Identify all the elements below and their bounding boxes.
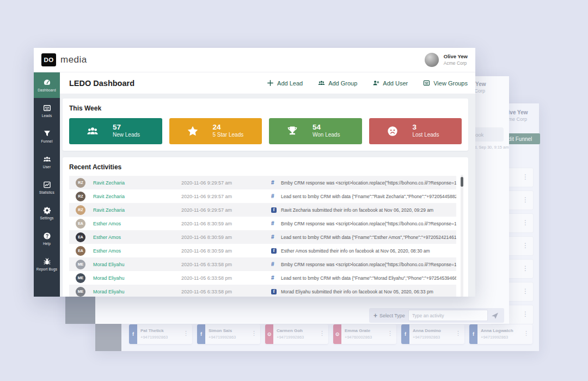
hash-icon: #: [271, 220, 274, 226]
activity-user-name: Ravit Zecharia: [93, 207, 181, 213]
activity-timestamp: 2020-11-05 6:33:58 pm: [181, 275, 271, 281]
facebook-tab-icon: f: [129, 324, 137, 344]
activity-message: Bmby CRM response was <script>location.r…: [281, 262, 456, 267]
add-group-button[interactable]: Add Group: [318, 79, 357, 87]
kebab-menu-icon[interactable]: ⋮: [455, 330, 461, 337]
stat-label: Lost Leads: [413, 131, 439, 139]
sidebar-item-report-bugs[interactable]: Report Bugs: [34, 251, 60, 277]
activity-row[interactable]: RZ Ravit Zecharia 2020-11-06 9:29:57 am …: [69, 203, 456, 217]
select-type-button[interactable]: + Select Type: [373, 312, 405, 319]
activity-timestamp: 2020-11-06 8:30:59 am: [181, 248, 271, 254]
user-menu[interactable]: Olive Yew Acme Corp: [425, 53, 468, 67]
lead-phone: +94760002863: [345, 334, 372, 341]
activity-row[interactable]: ME Morad Eliyahu 2020-11-05 6:33:58 pm f…: [69, 285, 456, 297]
sidebar-item-label: Leads: [42, 114, 52, 118]
activity-input[interactable]: [408, 310, 488, 321]
activity-row[interactable]: ME Morad Eliyahu 2020-11-05 6:33:58 pm #…: [69, 271, 456, 285]
kebab-menu-icon[interactable]: ⋮: [522, 241, 529, 250]
activity-row[interactable]: EA Esther Amos 2020-11-06 8:30:59 am f E…: [69, 244, 456, 257]
hash-icon: #: [271, 275, 274, 281]
this-week-card: This Week 57 New Leads 24 5 Star Leads 5…: [63, 99, 468, 151]
view-groups-button[interactable]: View Groups: [423, 79, 468, 87]
lead-card[interactable]: f Pat Thetick +94719992863 ⋮: [129, 324, 192, 344]
sidebar-item-funnel[interactable]: Funnel: [34, 124, 60, 149]
stat-value: 24: [213, 124, 244, 131]
activity-user-name: Morad Eliyahu: [93, 289, 181, 294]
lead-card[interactable]: ⊙ Carmen Goh +94719992863 ⋮: [265, 324, 328, 344]
kebab-menu-icon[interactable]: ⋮: [251, 330, 257, 337]
add-user-button[interactable]: Add User: [372, 79, 408, 87]
kebab-menu-icon[interactable]: ⋮: [522, 218, 529, 227]
stat-card[interactable]: 24 5 Star Leads: [169, 118, 262, 144]
activity-user-name: Morad Eliyahu: [93, 275, 181, 281]
stat-icon: [387, 125, 399, 137]
header-action-label: Add User: [383, 80, 408, 87]
kebab-menu-icon[interactable]: ⋮: [387, 330, 393, 337]
top-bar: DO media Olive Yew Acme Corp: [34, 48, 475, 72]
kebab-menu-icon[interactable]: ⋮: [523, 330, 529, 337]
page-title: LEDO Dashboard: [69, 79, 134, 88]
sidebar-item-label: Statistics: [39, 190, 54, 194]
stat-icon: [87, 125, 99, 137]
lead-card[interactable]: ⊙ Emma Grate +94760002863 ⋮: [333, 324, 396, 344]
kebab-menu-icon[interactable]: ⋮: [522, 195, 529, 204]
activity-scrollbar[interactable]: [461, 175, 463, 297]
header-action-label: Add Group: [328, 80, 357, 87]
header-action-icon: [318, 79, 325, 87]
stat-value: 54: [313, 124, 340, 131]
scrollbar-thumb[interactable]: [461, 177, 463, 187]
lead-card[interactable]: f Anna Logwatch +94719992863 ⋮: [469, 324, 532, 344]
hash-icon: #: [271, 180, 274, 186]
sidebar-nav: Dashboard Leads Funnel User Statistics S…: [34, 72, 60, 297]
activity-row[interactable]: RZ Ravit Zecharia 2020-11-06 9:29:57 am …: [69, 176, 456, 189]
send-activity-button[interactable]: [491, 311, 500, 320]
kebab-menu-icon[interactable]: ⋮: [522, 310, 529, 318]
avatar: ME: [76, 260, 85, 269]
header-actions: Add Lead Add Group Add User View Groups: [267, 79, 468, 87]
add-lead-button[interactable]: Add Lead: [267, 79, 303, 87]
sidebar-item-leads[interactable]: Leads: [34, 98, 60, 124]
activity-user-name: Esther Amos: [93, 221, 181, 226]
lead-name: Pat Thetick: [140, 328, 168, 334]
lead-phone: +94719992863: [481, 334, 513, 341]
activity-message: Lead sent to bmby CRM with data {"Fname"…: [281, 275, 456, 281]
sidebar-item-dashboard[interactable]: Dashboard: [34, 72, 60, 98]
stat-card[interactable]: 3 Lost Leads: [369, 118, 462, 144]
avatar: EA: [76, 246, 85, 256]
sidebar-item-user[interactable]: User: [34, 149, 60, 175]
kebab-menu-icon[interactable]: ⋮: [522, 287, 529, 296]
kebab-menu-icon[interactable]: ⋮: [319, 330, 325, 337]
sidebar-item-icon: [43, 257, 51, 266]
header-action-label: Add Lead: [277, 80, 303, 87]
activity-timestamp: 2020-11-05 6:33:58 pm: [181, 262, 271, 267]
stat-card[interactable]: 54 Won Leads: [269, 118, 362, 144]
activity-row[interactable]: ME Morad Eliyahu 2020-11-05 6:33:58 pm #…: [69, 257, 456, 271]
sidebar-item-help[interactable]: Help: [34, 226, 60, 251]
sidebar-item-icon: [43, 206, 51, 214]
lead-card[interactable]: f Simon Sais +94719992863 ⋮: [197, 324, 260, 344]
kebab-menu-icon[interactable]: ⋮: [522, 173, 529, 181]
activity-source: #: [271, 193, 281, 199]
activity-row[interactable]: EA Esther Amos 2020-11-06 8:30:59 am # B…: [69, 217, 456, 230]
kebab-menu-icon[interactable]: ⋮: [522, 264, 529, 273]
lead-name: Simon Sais: [209, 328, 236, 334]
sidebar-item-statistics[interactable]: Statistics: [34, 175, 60, 200]
activity-source: #: [271, 275, 281, 281]
activity-list: RZ Ravit Zecharia 2020-11-06 9:29:57 am …: [69, 176, 456, 297]
facebook-icon: f: [271, 248, 277, 254]
activity-row[interactable]: RZ Ravit Zecharia 2020-11-06 9:29:57 am …: [69, 189, 456, 203]
activity-source: #: [271, 261, 281, 267]
lead-phone: +94719992863: [140, 334, 168, 341]
activity-row[interactable]: EA Esther Amos 2020-11-06 8:30:59 am # L…: [69, 230, 456, 244]
user-avatar: [425, 53, 439, 67]
kebab-menu-icon[interactable]: ⋮: [183, 330, 189, 337]
content-area: LEDO Dashboard Add Lead Add Group Add Us…: [60, 72, 475, 297]
avatar: ME: [76, 273, 85, 283]
recent-activities-title: Recent Activities: [69, 163, 468, 171]
page-header: LEDO Dashboard Add Lead Add Group Add Us…: [60, 72, 475, 94]
instagram-tab-icon: ⊙: [265, 324, 273, 344]
lead-phone: +94719992863: [277, 334, 304, 341]
sidebar-item-settings[interactable]: Settings: [34, 200, 60, 226]
stat-card[interactable]: 57 New Leads: [69, 118, 162, 144]
lead-card[interactable]: f Anna Domino +94719992863 ⋮: [401, 324, 464, 344]
